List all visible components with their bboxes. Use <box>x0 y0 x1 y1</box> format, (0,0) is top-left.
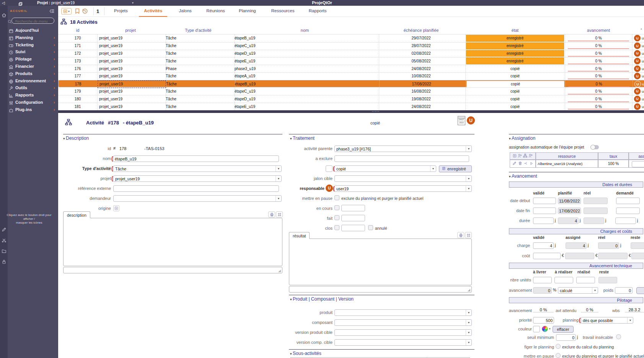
annule-checkbox[interactable] <box>368 225 373 230</box>
history-icon[interactable] <box>82 8 88 16</box>
column-header-id[interactable]: id <box>58 26 97 34</box>
modules-icon[interactable] <box>465 232 472 238</box>
sidebar-item-plug-ins[interactable]: Plug-ins› <box>0 106 58 113</box>
cut-tool-icon[interactable] <box>2 237 7 244</box>
delete-icon[interactable] <box>518 161 522 166</box>
nbre-realiser-input[interactable] <box>554 277 573 283</box>
debut-planifie-input[interactable] <box>558 198 581 204</box>
table-row-172[interactable]: 172projet_user19TâcheétapeD_u1902/08/202… <box>58 50 644 58</box>
col-ressource[interactable]: ressource <box>536 152 598 160</box>
nbre-livrer-input[interactable] <box>533 277 552 283</box>
effacer-button[interactable]: effacer <box>553 326 574 333</box>
chevron-down-icon[interactable]: ▾ <box>466 146 471 152</box>
parente-select[interactable]: phase3_u19 [#176]▾ <box>334 145 472 152</box>
add-resource-icon[interactable] <box>518 154 522 159</box>
column-header-type[interactable]: Type d'activité <box>164 26 233 34</box>
table-row-176[interactable]: 176projet_user19Phasephase3_u1924/08/202… <box>58 65 644 73</box>
assigne-input[interactable] <box>632 161 644 167</box>
sidebar-item-aujourd-hui[interactable]: Aujourd'hui <box>0 27 58 34</box>
table-row-181[interactable]: 181projet_user19TâcheétapeE_u1924/08/202… <box>58 103 644 111</box>
fin-reel-input[interactable] <box>584 208 608 214</box>
duree-reel-input[interactable] <box>584 217 604 224</box>
projet-select[interactable]: projet_user19▾ <box>113 175 282 182</box>
charge-reel-input[interactable] <box>598 242 619 249</box>
avct-mode-select[interactable]: calculé▾ <box>558 287 598 294</box>
sidebar-item-suivi[interactable]: Suivi› <box>0 48 58 56</box>
fin-valide-input[interactable] <box>533 208 556 214</box>
home-icon[interactable] <box>2 12 7 19</box>
lock-tool-icon[interactable] <box>2 259 7 266</box>
chevron-down-icon[interactable]: ▾ <box>276 196 281 201</box>
insecable-checkbox[interactable] <box>616 334 621 339</box>
chevron-down-icon[interactable]: ▾ <box>430 166 436 172</box>
tab-planning[interactable]: Planning <box>234 6 261 16</box>
fait-checkbox[interactable] <box>334 215 339 220</box>
avct-input[interactable] <box>533 287 552 294</box>
table-row-178[interactable]: 178projet_user19TâcheétapeB_u1917/08/202… <box>58 80 644 87</box>
maj-button[interactable]: ma <box>636 287 644 294</box>
planning-date-icon[interactable]: 04/07 2022 <box>458 116 465 125</box>
couleur-box[interactable] <box>533 326 540 332</box>
clos-checkbox[interactable] <box>334 225 339 230</box>
section-title[interactable]: Avancement <box>509 173 537 179</box>
split-icon[interactable] <box>524 161 528 166</box>
col-assigne[interactable]: assigné <box>629 152 644 160</box>
auto-assign-toggle[interactable] <box>590 145 599 149</box>
version-produit-select[interactable]: ▾ <box>334 329 472 336</box>
fin-planifie-input[interactable] <box>558 208 581 214</box>
cout-valide-input[interactable] <box>533 253 561 259</box>
chevron-down-icon[interactable]: ▾ <box>549 327 551 330</box>
chevron-down-icon[interactable]: ▾ <box>466 176 471 181</box>
tab-projets[interactable]: Projets <box>109 6 133 16</box>
jalon-select[interactable]: ▾ <box>334 175 472 182</box>
pilotage-pause-checkbox[interactable] <box>556 353 561 358</box>
exclure-input[interactable] <box>334 155 469 162</box>
produit-select[interactable]: ▾ <box>334 309 472 316</box>
replace-resource-icon[interactable] <box>528 154 533 159</box>
chevron-down-icon[interactable]: ▾ <box>466 186 471 191</box>
duree-valide-input[interactable] <box>533 217 554 224</box>
add-assignment-icon[interactable] <box>513 154 517 159</box>
column-header-avancement[interactable]: avancement <box>565 26 632 34</box>
duree-planifie-input[interactable] <box>558 217 579 224</box>
encours-checkbox[interactable] <box>334 205 339 210</box>
collapse-icon[interactable] <box>49 8 54 15</box>
sidebar-item-outils[interactable]: Outils› <box>0 84 58 92</box>
cout-reste-input[interactable] <box>631 253 644 259</box>
sidebar-item-ticketing[interactable]: Ticketing› <box>0 41 58 49</box>
nbre-realise-input[interactable] <box>576 277 595 283</box>
bookmark-icon[interactable] <box>74 8 80 16</box>
planning-select[interactable]: dès que possible▾ <box>581 317 633 324</box>
seuil-input[interactable] <box>556 334 576 341</box>
splitter-handle[interactable]: ••••• <box>58 110 644 113</box>
team-icon[interactable] <box>523 154 527 159</box>
column-header-etat[interactable]: état <box>465 26 565 34</box>
nom-input[interactable] <box>113 155 279 162</box>
description-tab[interactable]: description <box>63 211 90 218</box>
col-taux[interactable]: taux <box>598 152 629 160</box>
table-row-173[interactable]: 173projet_user19TâcheétapeE_u1905/08/202… <box>58 57 644 65</box>
resultat-tab[interactable]: résultat <box>289 232 310 239</box>
chevron-down-icon[interactable]: ▾ <box>592 288 598 293</box>
version-composant-select[interactable]: ▾ <box>334 339 472 346</box>
chevron-down-icon[interactable]: ▾ <box>627 317 633 323</box>
priorite-input[interactable] <box>533 317 554 324</box>
table-row-179[interactable]: 179projet_user19TâcheétapeC_u1916/08/202… <box>58 88 644 96</box>
sidebar-item-environnement[interactable]: Environnement› <box>0 77 58 85</box>
chevron-down-icon[interactable]: ▾ <box>466 320 471 325</box>
fait-input[interactable] <box>341 215 365 221</box>
responsable-select[interactable]: user19▾ <box>334 185 472 192</box>
next-state-button[interactable]: enregistré <box>439 165 472 172</box>
sidebar-item-planning[interactable]: Planning› <box>0 34 58 41</box>
duree-demande-input[interactable] <box>615 217 636 224</box>
table-row-180[interactable]: 180projet_user19TâcheétapeD_u1919/08/202… <box>58 95 644 103</box>
column-header-echeance[interactable]: échéance planifiée <box>377 26 465 34</box>
debut-reel-input[interactable] <box>584 198 608 204</box>
tab-rapports[interactable]: Rapports <box>304 6 332 16</box>
table-row-170[interactable]: 170projet_user19TâcheétapeB_u1929/07/202… <box>58 34 644 43</box>
add-button[interactable]: ▾ <box>61 8 72 15</box>
sidebar-item-pilotage[interactable]: Pilotage› <box>0 56 58 63</box>
edit-icon[interactable] <box>512 161 517 166</box>
chevron-down-icon[interactable]: ▾ <box>466 340 471 345</box>
column-header-nom[interactable]: nom <box>233 26 377 34</box>
